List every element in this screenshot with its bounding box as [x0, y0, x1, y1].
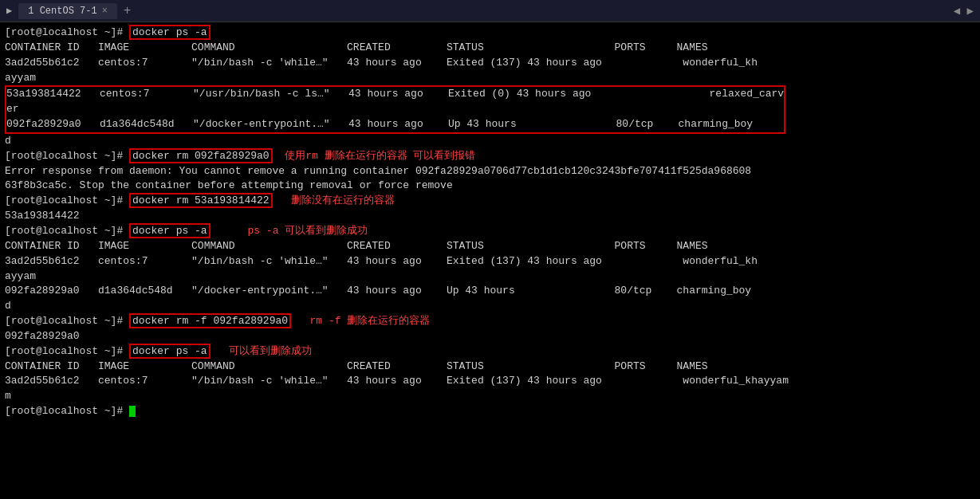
command-highlight: docker rm 092fa28929a0 [129, 148, 273, 163]
table-row-cont: m [5, 389, 975, 404]
table-row: 092fa28929a0 d1a364dc548d "/docker-entry… [5, 284, 975, 299]
table-row-cont: ayyam [5, 269, 975, 285]
cursor [129, 406, 136, 417]
error-line: Error response from daemon: You cannot r… [5, 164, 975, 179]
table-row: 3ad2d55b61c2 centos:7 "/bin/bash -c 'whi… [5, 254, 975, 269]
terminal-line: [root@localhost ~]# docker ps -a 可以看到删除成… [5, 344, 975, 360]
table-row: 53a193814422 [5, 209, 975, 224]
command-highlight: docker ps -a [129, 25, 211, 40]
terminal-line: [root@localhost ~]# docker rm -f 092fa28… [5, 314, 975, 329]
prompt: [root@localhost ~]# [5, 345, 129, 357]
nav-arrows: ◀ ▶ [954, 4, 974, 18]
terminal-line: [root@localhost ~]# docker rm 092fa28929… [5, 149, 975, 164]
close-icon[interactable]: × [102, 6, 108, 17]
table-row: 53a193814422 centos:7 "/usr/bin/bash -c … [6, 87, 784, 102]
command-highlight: docker rm -f 092fa28929a0 [129, 313, 291, 328]
terminal-line: [root@localhost ~]# docker ps -a ps -a 可… [5, 224, 975, 239]
prompt: [root@localhost ~]# [5, 225, 129, 237]
annotation: 可以看到删除成功 [211, 345, 312, 357]
tab-label: 1 CentOS 7-1 [28, 6, 96, 17]
table-row-cont: er [6, 102, 784, 117]
table-row-cont: d [5, 299, 975, 314]
highlighted-rows: 53a193814422 centos:7 "/usr/bin/bash -c … [5, 85, 785, 134]
annotation: ps -a 可以看到删除成功 [211, 225, 368, 237]
new-tab-button[interactable]: + [124, 4, 132, 18]
prompt: [root@localhost ~]# [5, 150, 129, 162]
table-row: 092fa28929a0 [5, 329, 975, 344]
terminal-line: [root@localhost ~]# [5, 404, 975, 419]
table-row: 3ad2d55b61c2 centos:7 "/bin/bash -c 'whi… [5, 374, 975, 389]
command-highlight: docker ps -a [129, 223, 211, 238]
table-header: CONTAINER ID IMAGE COMMAND CREATED STATU… [5, 41, 975, 56]
annotation: 使用rm 删除在运行的容器 可以看到报错 [273, 150, 476, 162]
table-row-cont: ayyam [5, 71, 975, 86]
terminal: [root@localhost ~]# docker ps -a CONTAIN… [0, 22, 980, 499]
prompt: [root@localhost ~]# [5, 194, 129, 206]
table-header: CONTAINER ID IMAGE COMMAND CREATED STATU… [5, 239, 975, 254]
annotation: 删除没有在运行的容器 [273, 194, 395, 206]
error-line: 63f8b3ca5c. Stop the container before at… [5, 179, 975, 194]
table-row: 3ad2d55b61c2 centos:7 "/bin/bash -c 'whi… [5, 56, 975, 71]
title-bar: ▶ 1 CentOS 7-1 × + ◀ ▶ [0, 0, 980, 22]
table-row: 092fa28929a0 d1a364dc548d "/docker-entry… [6, 117, 784, 132]
terminal-line: [root@localhost ~]# docker ps -a [5, 26, 975, 41]
table-row-cont: d [5, 134, 975, 149]
table-header: CONTAINER ID IMAGE COMMAND CREATED STATU… [5, 360, 975, 375]
terminal-icon: ▶ [6, 5, 12, 17]
prompt: [root@localhost ~]# [5, 405, 129, 417]
command-highlight: docker rm 53a193814422 [129, 193, 273, 208]
prompt: [root@localhost ~]# [5, 26, 129, 38]
terminal-line: [root@localhost ~]# docker rm 53a1938144… [5, 194, 975, 209]
prompt: [root@localhost ~]# [5, 315, 129, 327]
command-highlight: docker ps -a [129, 344, 211, 359]
title-tab[interactable]: 1 CentOS 7-1 × [18, 3, 117, 19]
annotation: rm -f 删除在运行的容器 [291, 315, 430, 327]
